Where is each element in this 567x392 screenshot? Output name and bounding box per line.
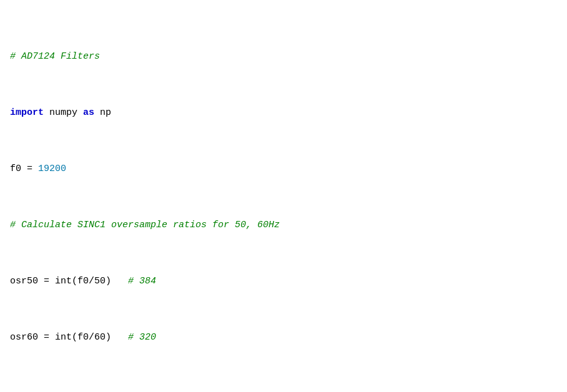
code-line-6: osr60 = int(f0/60) # 320 — [10, 331, 557, 345]
variable-np: np — [94, 107, 111, 118]
code-line-4: # Calculate SINC1 oversample ratios for … — [10, 218, 557, 233]
number-19200: 19200 — [38, 164, 66, 174]
code-editor: # AD7124 Filters import numpy as np f0 =… — [10, 7, 557, 392]
variable-osr60: osr60 = int(f0/60) — [10, 332, 128, 343]
comment-text: # AD7124 Filters — [10, 51, 100, 62]
inline-comment-320: # 320 — [128, 332, 156, 343]
code-line-3: f0 = 19200 — [10, 162, 557, 177]
comment-sinc1: # Calculate SINC1 oversample ratios for … — [10, 220, 280, 230]
keyword-import: import — [10, 107, 44, 118]
code-line-2: import numpy as np — [10, 106, 557, 120]
inline-comment-384: # 384 — [128, 276, 156, 287]
code-line-1: # AD7124 Filters — [10, 50, 557, 64]
keyword-as: as — [83, 107, 94, 118]
code-line-5: osr50 = int(f0/50) # 384 — [10, 275, 557, 289]
variable-f0: f0 = — [10, 164, 38, 174]
variable-numpy: numpy — [44, 107, 83, 118]
variable-osr50: osr50 = int(f0/50) — [10, 276, 128, 287]
code-line-7 — [10, 387, 557, 393]
